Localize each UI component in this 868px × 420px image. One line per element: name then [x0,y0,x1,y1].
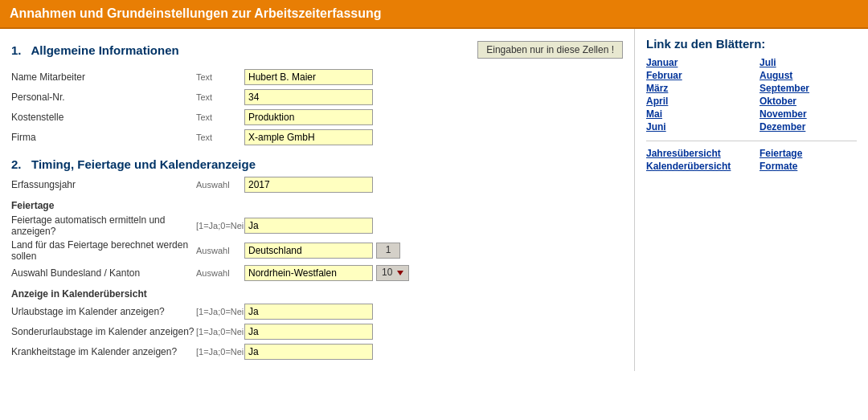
link-feiertage[interactable]: Feiertage [760,148,857,159]
eingaben-button[interactable]: Eingaben nur in diese Zellen ! [477,41,623,59]
link-formate[interactable]: Formate [760,161,857,172]
link-juni[interactable]: Juni [646,121,743,133]
field-label-firma: Firma [11,132,196,143]
field-type-personal: Text [196,92,244,102]
right-panel: Link zu den Blättern: Januar Juli Februa… [635,29,868,371]
field-type-sonderurlaub: [1=Ja;0=Nein] [196,327,244,336]
field-type-bundesland: Auswahl [196,268,244,278]
link-april[interactable]: April [646,96,743,107]
input-sonderurlaub[interactable] [244,324,373,340]
field-label-personal: Personal-Nr. [11,92,196,103]
section1-fields: Name Mitarbeiter Text Personal-Nr. Text … [11,68,623,146]
field-label-kostenstelle: Kostenstelle [11,112,196,123]
kalender-subtitle: Anzeige in Kalenderübersicht [11,288,623,300]
bundesland-num: 10 [376,265,409,281]
input-firma[interactable] [244,129,373,145]
field-erfassungsjahr: Erfassungsjahr Auswahl [11,176,623,194]
feiertage-title: Feiertage [11,200,623,211]
input-personal[interactable] [244,89,373,105]
link-oktober[interactable]: Oktober [760,96,857,107]
header: Annahmen und Grundeinstellungen zur Arbe… [0,0,868,29]
field-name-mitarbeiter: Name Mitarbeiter Text [11,68,623,86]
section2-number: 2. [11,157,22,171]
field-label-name: Name Mitarbeiter [11,71,196,83]
input-name[interactable] [244,69,373,85]
link-januar[interactable]: Januar [646,57,743,68]
field-personal-nr: Personal-Nr. Text [11,88,623,106]
field-type-feiertage-auto: [1=Ja;0=Nein] [196,221,244,230]
divider [646,141,857,141]
input-land[interactable] [244,243,373,259]
field-sonderurlaub: Sonderurlaubstage im Kalender anzeigen? … [11,323,623,340]
extra-links-grid: Jahresübersicht Feiertage Kalenderübersi… [646,148,857,172]
link-jahresuebersicht[interactable]: Jahresübersicht [646,148,743,159]
field-type-land: Auswahl [196,246,244,255]
left-panel: 1. Allgemeine Informationen Eingaben nur… [0,29,635,371]
field-krankheit: Krankheitstage im Kalender anzeigen? [1=… [11,343,623,361]
link-november[interactable]: November [760,108,857,120]
section2-title: Timing, Feiertage und Kalenderanzeige [31,157,256,171]
field-type-erfassungsjahr: Auswahl [196,180,244,190]
input-kostenstelle[interactable] [244,109,373,125]
field-urlaubstage: Urlaubstage im Kalender anzeigen? [1=Ja;… [11,303,623,320]
header-title: Annahmen und Grundeinstellungen zur Arbe… [10,6,382,20]
link-februar[interactable]: Februar [646,70,743,81]
input-krankheit[interactable] [244,344,373,360]
link-dezember[interactable]: Dezember [760,121,857,133]
field-firma: Firma Text [11,128,623,146]
field-label-erfassungsjahr: Erfassungsjahr [11,179,196,190]
dropdown-indicator [397,271,403,275]
input-erfassungsjahr[interactable] [244,177,373,193]
land-num: 1 [376,243,400,259]
field-kostenstelle: Kostenstelle Text [11,108,623,126]
section1-header: 1. Allgemeine Informationen Eingaben nur… [11,37,623,62]
link-maerz[interactable]: März [646,83,743,94]
field-label-urlaub: Urlaubstage im Kalender anzeigen? [11,306,196,317]
field-type-kostenstelle: Text [196,112,244,122]
section2-container: 2. Timing, Feiertage und Kalenderanzeige… [11,157,623,361]
field-label-land: Land für das Feiertage berechnet werden … [11,239,196,262]
section1-title: Allgemeine Informationen [31,43,178,57]
field-bundesland: Auswahl Bundesland / Kanton Auswahl 10 [11,264,623,282]
land-input-group: 1 [244,243,400,259]
field-label-feiertage-auto: Feiertage automatisch ermitteln und anze… [11,214,196,237]
link-august[interactable]: August [760,70,857,81]
field-land: Land für das Feiertage berechnet werden … [11,239,623,262]
field-type-firma: Text [196,133,244,142]
field-label-krankheit: Krankheitstage im Kalender anzeigen? [11,346,196,357]
field-type-urlaub: [1=Ja;0=Nein] [196,307,244,316]
link-mai[interactable]: Mai [646,108,743,120]
bundesland-input-group: 10 [244,265,409,281]
field-feiertage-auto: Feiertage automatisch ermitteln und anze… [11,214,623,237]
link-juli[interactable]: Juli [760,57,857,68]
field-type-krankheit: [1=Ja;0=Nein] [196,347,244,357]
month-links-grid: Januar Juli Februar August März Septembe… [646,57,857,133]
field-label-sonderurlaub: Sonderurlaubstage im Kalender anzeigen? [11,326,196,337]
section1-number: 1. [11,43,22,57]
right-panel-title: Link zu den Blättern: [646,37,857,51]
input-feiertage-auto[interactable] [244,218,373,234]
field-type-name: Text [196,72,244,82]
field-label-bundesland: Auswahl Bundesland / Kanton [11,267,196,279]
link-kalenderuebersicht[interactable]: Kalenderübersicht [646,161,743,172]
input-urlaub[interactable] [244,304,373,320]
input-bundesland[interactable] [244,265,373,281]
link-september[interactable]: September [760,83,857,94]
